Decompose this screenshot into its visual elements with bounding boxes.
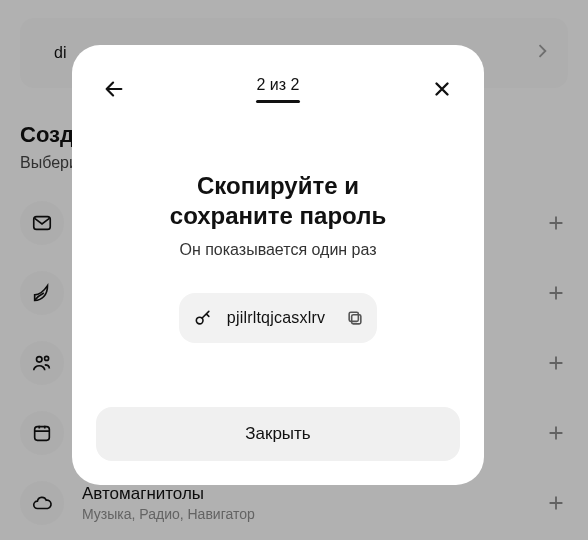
- close-icon-button[interactable]: [424, 71, 460, 107]
- password-text: pjilrltqjcasxlrv: [227, 309, 325, 327]
- close-button[interactable]: Закрыть: [96, 407, 460, 461]
- step-underline: [256, 100, 300, 103]
- copy-button[interactable]: [345, 308, 365, 328]
- back-button[interactable]: [96, 71, 132, 107]
- step-indicator: 2 из 2: [257, 76, 300, 94]
- modal-subtitle: Он показывается один раз: [179, 241, 376, 259]
- modal-body: Скопируйте и сохраните пароль Он показыв…: [96, 107, 460, 407]
- key-icon: [193, 308, 213, 328]
- modal-header: 2 из 2: [96, 71, 460, 107]
- svg-rect-7: [349, 312, 358, 321]
- password-modal: 2 из 2 Скопируйте и сохраните пароль Он …: [72, 45, 484, 485]
- svg-rect-6: [352, 315, 361, 324]
- modal-title: Скопируйте и сохраните пароль: [170, 171, 386, 231]
- password-pill: pjilrltqjcasxlrv: [179, 293, 377, 343]
